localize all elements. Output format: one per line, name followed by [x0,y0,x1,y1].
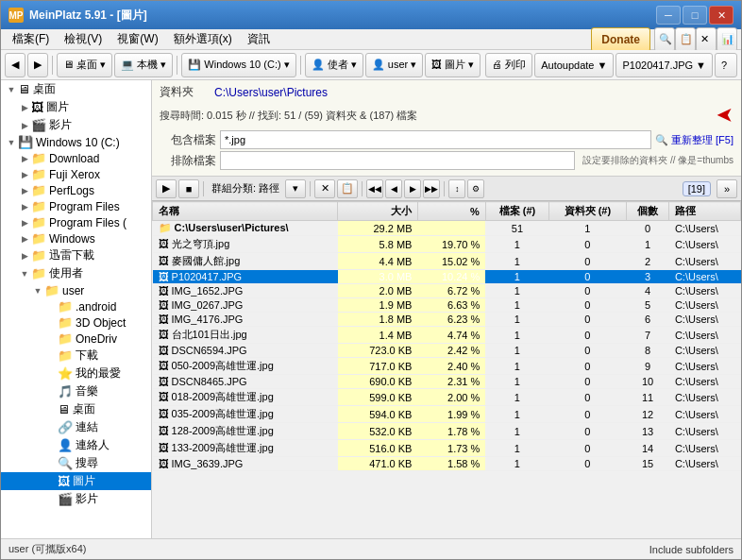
desktop-btn[interactable]: 🖥 桌面 ▾ [57,53,112,77]
expand-icon-8[interactable]: ▶ [18,218,31,228]
view-btn2[interactable]: ◀ [385,179,402,198]
sidebar-item-6[interactable]: ▶📁PerfLogs [1,182,151,198]
sidebar-item-2[interactable]: ▶🎬影片 [1,116,151,134]
sidebar-item-8[interactable]: ▶📁Program Files ( [1,214,151,230]
table-row[interactable]: 🖼 P1020417.JPG3.0 MB10.24 %103C:\Users\ [153,270,741,284]
sidebar-item-16[interactable]: 📁下載 [1,347,151,365]
col-header-dirs[interactable]: 資料夾 (#) [549,202,627,221]
table-row[interactable]: 🖼 IMG_1652.JPG2.0 MB6.72 %104C:\Users\ [153,284,741,298]
toolbar-extra3[interactable]: 📊 [717,27,737,52]
sidebar-item-21[interactable]: 👤連絡人 [1,436,151,454]
exclude-input[interactable] [220,151,575,170]
expand-icon-2[interactable]: ▶ [18,121,31,130]
col-header-name[interactable]: 名稱 [153,202,338,221]
forward-button[interactable]: ▶ [27,53,48,77]
col-header-files[interactable]: 檔案 (#) [485,202,548,221]
col-header-pct[interactable]: % [417,202,485,221]
filter-btn[interactable]: ⚙ [467,179,484,198]
table-row[interactable]: 🖼 光之穹頂.jpg5.8 MB19.70 %101C:\Users\ [153,236,741,253]
run-button[interactable]: ▶ [156,179,177,198]
table-row[interactable]: 📁 C:\Users\user\Pictures\29.2 MB5110C:\U… [153,221,741,236]
maximize-button[interactable]: □ [683,6,707,25]
help-button[interactable]: ? [715,53,737,77]
sidebar-item-10[interactable]: ▶📁迅雷下載 [1,246,151,264]
expand-icon-1[interactable]: ▶ [18,103,31,112]
table-row[interactable]: 🖼 IMG_4176.JPG1.8 MB6.23 %106C:\Users\ [153,313,741,327]
sidebar-item-20[interactable]: 🔗連結 [1,418,151,436]
expand-icon-0[interactable]: ▼ [5,85,18,94]
sidebar-item-17[interactable]: ⭐我的最愛 [1,365,151,382]
expand-icon-9[interactable]: ▶ [18,234,31,244]
drive-btn[interactable]: 💾 Windows 10 (C:) ▾ [181,53,295,77]
sidebar-item-4[interactable]: ▶📁Download [1,150,151,166]
sidebar-item-18[interactable]: 🎵音樂 [1,382,151,400]
donate-button[interactable]: Donate [591,27,650,52]
mycomputer-btn[interactable]: 💻 本機 ▾ [114,53,173,77]
menu-window[interactable]: 視窗(W) [110,29,165,49]
table-row[interactable]: 🖼 035-2009高雄世運.jpg594.0 KB1.99 %1012C:\U… [153,406,741,423]
include-input[interactable] [220,130,651,149]
sidebar-item-12[interactable]: ▼📁user [1,282,151,298]
username-btn[interactable]: 👤 user ▾ [365,53,424,77]
table-row[interactable]: 🖼 DSCN6594.JPG723.0 KB2.42 %108C:\Users\ [153,344,741,358]
expand-icon-7[interactable]: ▶ [18,202,31,212]
delete-button[interactable]: ✕ [314,179,335,198]
expand-button[interactable]: » [717,179,737,198]
search-button[interactable]: 🔍 [654,27,675,52]
copy-button[interactable]: 📋 [337,179,358,198]
sidebar-item-3[interactable]: ▼💾Windows 10 (C:) [1,134,151,150]
expand-icon-10[interactable]: ▶ [18,251,31,261]
autoupdate-button[interactable]: Autoupdate ▼ [534,53,614,77]
table-row[interactable]: 🖼 DSCN8465.JPG690.0 KB2.31 %1010C:\Users… [153,375,741,389]
view-btn4[interactable]: ▶▶ [423,179,440,198]
expand-icon-6[interactable]: ▶ [18,186,31,195]
refresh-button[interactable]: 🔍 重新整理 [F5] [655,133,734,147]
sidebar-item-1[interactable]: ▶🖼圖片 [1,98,151,116]
sidebar-item-23[interactable]: 🖼圖片 [1,472,151,490]
col-header-size[interactable]: 大小 [338,202,418,221]
expand-icon-12[interactable]: ▼ [31,286,44,296]
back-button[interactable]: ◀ [5,53,25,77]
view-btn3[interactable]: ▶ [404,179,421,198]
view-btn1[interactable]: ◀◀ [366,179,383,198]
toolbar-extra2[interactable]: ✕ [696,27,717,52]
sidebar-item-19[interactable]: 🖥桌面 [1,400,151,418]
menu-view[interactable]: 檢視(V) [57,29,110,49]
sidebar-item-0[interactable]: ▼🖥桌面 [1,80,151,98]
close-button[interactable]: ✕ [709,6,734,25]
expand-icon-4[interactable]: ▶ [18,154,31,163]
sidebar-item-13[interactable]: 📁.android [1,298,151,314]
user-btn[interactable]: 👤 使者 ▾ [305,53,363,77]
menu-extras[interactable]: 額外選項(x) [166,29,240,49]
print-button[interactable]: 🖨 列印 [485,53,532,77]
sidebar-item-24[interactable]: 🎬影片 [1,490,151,508]
stop-button[interactable]: ■ [178,179,199,198]
group-options[interactable]: ▾ [285,179,306,198]
table-row[interactable]: 🖼 IMG_0267.JPG1.9 MB6.63 %105C:\Users\ [153,298,741,313]
sort-btn[interactable]: ↕ [448,179,465,198]
expand-icon-11[interactable]: ▼ [18,269,31,279]
minimize-button[interactable]: ─ [656,6,681,25]
file-select-button[interactable]: P1020417.JPG ▼ [616,53,713,77]
sidebar-item-15[interactable]: 📁OneDriv [1,331,151,347]
sidebar-item-22[interactable]: 🔍搜尋 [1,454,151,472]
menu-info[interactable]: 資訊 [240,29,278,49]
expand-icon-5[interactable]: ▶ [18,170,31,179]
menu-file[interactable]: 檔案(F) [5,29,57,49]
sidebar-item-5[interactable]: ▶📁Fuji Xerox [1,166,151,182]
table-row[interactable]: 🖼 050-2009高雄世運.jpg717.0 KB2.40 %109C:\Us… [153,358,741,375]
table-row[interactable]: 🖼 台北101日出.jpg1.4 MB4.74 %107C:\Users\ [153,327,741,344]
sidebar-item-11[interactable]: ▼📁使用者 [1,264,151,282]
sidebar-item-9[interactable]: ▶📁Windows [1,230,151,246]
table-row[interactable]: 🖼 018-2009高雄世運.jpg599.0 KB2.00 %1011C:\U… [153,389,741,406]
toolbar-extra1[interactable]: 📋 [675,27,696,52]
table-row[interactable]: 🖼 IMG_3639.JPG471.0 KB1.58 %1015C:\Users… [153,457,741,471]
sidebar-item-7[interactable]: ▶📁Program Files [1,198,151,214]
table-row[interactable]: 🖼 128-2009高雄世運.jpg532.0 KB1.78 %1013C:\U… [153,423,741,440]
expand-icon-3[interactable]: ▼ [5,138,18,147]
col-header-count[interactable]: 個數 [626,202,669,221]
table-row[interactable]: 🖼 133-2009高雄世運.jpg516.0 KB1.73 %1014C:\U… [153,440,741,457]
col-header-path[interactable]: 路徑 [669,202,741,221]
table-row[interactable]: 🖼 麥國傭人館.jpg4.4 MB15.02 %102C:\Users\ [153,253,741,270]
sidebar-item-14[interactable]: 📁3D Object [1,314,151,331]
